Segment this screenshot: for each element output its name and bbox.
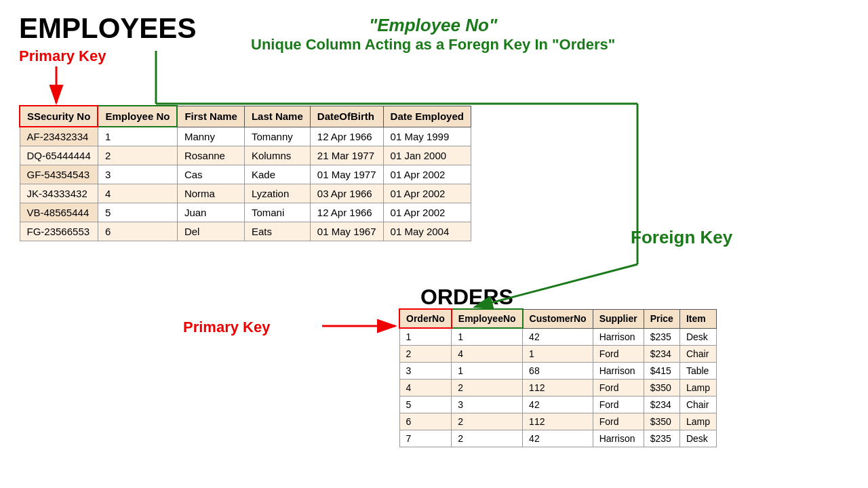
orders-table-cell: 2 [452, 430, 523, 447]
orders-table-cell: 1 [452, 328, 523, 346]
orders-table-cell: 1 [452, 363, 523, 380]
annotation-line2: Unique Column Acting as a Foregn Key In … [251, 36, 615, 54]
emp-table-row: GF-543545433CasKade01 May 197701 Apr 200… [20, 165, 471, 184]
emp-table-cell: Norma [177, 184, 244, 203]
emp-table-cell: 12 Apr 1966 [310, 203, 383, 222]
col-ssecurity: SSecurity No [20, 106, 98, 127]
orders-table-cell: 1 [523, 346, 593, 363]
orders-table-cell: $415 [644, 363, 679, 380]
emp-table-cell: 01 Apr 2002 [383, 165, 471, 184]
col-last-name: Last Name [244, 106, 310, 127]
orders-table-cell: 4 [399, 380, 452, 396]
orders-table-cell: 112 [523, 413, 593, 430]
emp-table-cell: Tomani [244, 203, 310, 222]
orders-table-cell: 2 [452, 380, 523, 396]
emp-table-cell: 3 [98, 165, 177, 184]
emp-table-cell: 5 [98, 203, 177, 222]
col-supplier: Supplier [593, 309, 644, 328]
orders-table-row: 42112Ford$350Lamp [399, 380, 716, 396]
col-order-no: OrderNo [399, 309, 452, 328]
emp-table-cell: Kolumns [244, 146, 310, 165]
orders-table-cell: Desk [679, 430, 716, 447]
orders-table-cell: 2 [452, 413, 523, 430]
orders-table-cell: Ford [593, 396, 644, 413]
emp-table-cell: GF-54354543 [20, 165, 98, 184]
orders-table-cell: $350 [644, 413, 679, 430]
employees-title: EMPLOYEES [19, 12, 196, 45]
emp-table-row: AF-234323341MannyTomanny12 Apr 196601 Ma… [20, 127, 471, 146]
orders-table-cell: Ford [593, 380, 644, 396]
orders-table-row: 7242Harrison$235Desk [399, 430, 716, 447]
emp-table-cell: 01 May 1999 [383, 127, 471, 146]
orders-table: OrderNo EmployeeNo CustomerNo Supplier P… [399, 308, 717, 447]
orders-table-cell: 42 [523, 430, 593, 447]
employees-primary-key-label: Primary Key [19, 47, 106, 65]
emp-table-cell: 01 Apr 2002 [383, 203, 471, 222]
orders-primary-key-label: Primary Key [183, 319, 270, 336]
orders-table-row: 3168Harrison$415Table [399, 363, 716, 380]
orders-table-cell: 112 [523, 380, 593, 396]
emp-table-cell: Del [177, 222, 244, 241]
emp-table-cell: 01 May 1967 [310, 222, 383, 241]
emp-table-cell: 2 [98, 146, 177, 165]
orders-table-cell: 1 [399, 328, 452, 346]
emp-table-cell: VB-48565444 [20, 203, 98, 222]
annotation-line1: "Employee No" [251, 15, 615, 36]
orders-table-cell: 42 [523, 396, 593, 413]
emp-table-row: DQ-654444442RosanneKolumns21 Mar 197701 … [20, 146, 471, 165]
emp-table-cell: 12 Apr 1966 [310, 127, 383, 146]
emp-table-cell: 6 [98, 222, 177, 241]
emp-table-cell: JK-34333432 [20, 184, 98, 203]
emp-table-cell: Rosanne [177, 146, 244, 165]
foreign-key-label: Foreign Key [631, 227, 732, 248]
emp-table-cell: 01 May 2004 [383, 222, 471, 241]
emp-table-cell: Eats [244, 222, 310, 241]
orders-table-cell: $235 [644, 328, 679, 346]
orders-table-cell: Harrison [593, 363, 644, 380]
orders-table-row: 5342Ford$234Chair [399, 396, 716, 413]
orders-table-cell: Desk [679, 328, 716, 346]
orders-table-cell: 3 [399, 363, 452, 380]
orders-table-cell: Harrison [593, 328, 644, 346]
orders-header-row: OrderNo EmployeeNo CustomerNo Supplier P… [399, 309, 716, 328]
orders-table-cell: Table [679, 363, 716, 380]
employee-no-annotation: "Employee No" Unique Column Acting as a … [251, 15, 615, 54]
emp-table-cell: 01 May 1977 [310, 165, 383, 184]
orders-table-cell: 3 [452, 396, 523, 413]
col-dob: DateOfBirth [310, 106, 383, 127]
orders-table-cell: Ford [593, 346, 644, 363]
orders-table-cell: 2 [399, 346, 452, 363]
orders-table-cell: 42 [523, 328, 593, 346]
orders-table-cell: $234 [644, 346, 679, 363]
emp-table-cell: 01 Jan 2000 [383, 146, 471, 165]
col-employee-no: Employee No [98, 106, 177, 127]
emp-table-cell: 01 Apr 2002 [383, 184, 471, 203]
orders-title: ORDERS [420, 285, 513, 310]
emp-table-cell: Manny [177, 127, 244, 146]
emp-table-cell: Juan [177, 203, 244, 222]
emp-table-row: FG-235665536DelEats01 May 196701 May 200… [20, 222, 471, 241]
orders-table-cell: 6 [399, 413, 452, 430]
orders-table-cell: $350 [644, 380, 679, 396]
orders-table-cell: 4 [452, 346, 523, 363]
emp-table-cell: 4 [98, 184, 177, 203]
employees-header-row: SSecurity No Employee No First Name Last… [20, 106, 471, 127]
emp-table-cell: AF-23432334 [20, 127, 98, 146]
emp-table-cell: 21 Mar 1977 [310, 146, 383, 165]
emp-table-cell: DQ-65444444 [20, 146, 98, 165]
orders-table-row: 1142Harrison$235Desk [399, 328, 716, 346]
emp-table-cell: Cas [177, 165, 244, 184]
col-first-name: First Name [177, 106, 244, 127]
emp-table-row: JK-343334324NormaLyzation03 Apr 196601 A… [20, 184, 471, 203]
orders-table-cell: Chair [679, 346, 716, 363]
employees-table: SSecurity No Employee No First Name Last… [19, 105, 471, 241]
orders-table-cell: $235 [644, 430, 679, 447]
orders-table-cell: Chair [679, 396, 716, 413]
orders-table-cell: Lamp [679, 413, 716, 430]
emp-table-cell: Lyzation [244, 184, 310, 203]
orders-table-cell: 5 [399, 396, 452, 413]
col-employee-no-orders: EmployeeNo [452, 309, 523, 328]
emp-table-cell: 1 [98, 127, 177, 146]
orders-table-cell: Ford [593, 413, 644, 430]
orders-table-wrapper: OrderNo EmployeeNo CustomerNo Supplier P… [399, 308, 717, 447]
